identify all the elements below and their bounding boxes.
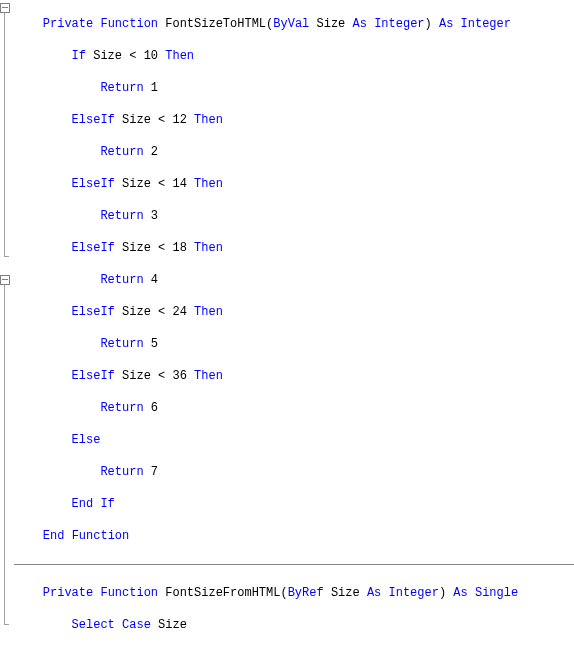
code-line: ElseIf Size < 14 Then: [14, 176, 574, 192]
literal: 18: [172, 241, 186, 255]
identifier: Size: [331, 586, 360, 600]
keyword: If: [72, 49, 86, 63]
identifier: FontSizeFromHTML: [165, 586, 280, 600]
keyword: Return: [100, 145, 143, 159]
fold-gutter: [0, 0, 14, 646]
keyword: ElseIf: [72, 305, 115, 319]
operator: <: [158, 241, 165, 255]
keyword: If: [100, 497, 114, 511]
code-line: Return 6: [14, 400, 574, 416]
identifier: Size: [122, 177, 151, 191]
keyword: Then: [194, 177, 223, 191]
code-block-1: Private Function FontSizeToHTML(ByVal Si…: [14, 0, 574, 560]
keyword: Case: [122, 618, 151, 632]
code-line: Return 5: [14, 336, 574, 352]
literal: 7: [151, 465, 158, 479]
identifier: Size: [122, 305, 151, 319]
fold-guide-line: [4, 13, 5, 256]
code-line: ElseIf Size < 12 Then: [14, 112, 574, 128]
code-block-2: Private Function FontSizeFromHTML(ByRef …: [14, 569, 574, 646]
literal: 24: [172, 305, 186, 319]
literal: 3: [151, 209, 158, 223]
code-line: Return 4: [14, 272, 574, 288]
literal: 12: [172, 113, 186, 127]
keyword: Return: [100, 465, 143, 479]
keyword: Then: [194, 113, 223, 127]
keyword: Return: [100, 209, 143, 223]
keyword: Function: [72, 529, 130, 543]
literal: 10: [144, 49, 158, 63]
code-line: ElseIf Size < 24 Then: [14, 304, 574, 320]
literal: 6: [151, 401, 158, 415]
operator: <: [158, 305, 165, 319]
keyword: Then: [194, 369, 223, 383]
operator: <: [158, 113, 165, 127]
code-line: End If: [14, 496, 574, 512]
keyword: As: [453, 586, 467, 600]
keyword: As: [353, 17, 367, 31]
divider-line: [14, 564, 574, 565]
code-line: Return 1: [14, 80, 574, 96]
keyword: ElseIf: [72, 369, 115, 383]
operator: <: [158, 177, 165, 191]
fold-toggle-icon[interactable]: [0, 3, 10, 13]
operator: <: [129, 49, 136, 63]
keyword: Private: [43, 17, 93, 31]
code-line: Private Function FontSizeFromHTML(ByRef …: [14, 585, 574, 601]
literal: 1: [151, 81, 158, 95]
code-line: Select Case Size: [14, 617, 574, 633]
keyword: Return: [100, 273, 143, 287]
identifier: Size: [317, 17, 346, 31]
keyword: As: [367, 586, 381, 600]
keyword: Then: [194, 305, 223, 319]
keyword: ByVal: [273, 17, 309, 31]
keyword: ElseIf: [72, 241, 115, 255]
keyword: Return: [100, 337, 143, 351]
fold-guide-line: [4, 285, 5, 624]
identifier: FontSizeToHTML: [165, 17, 266, 31]
fold-toggle-icon[interactable]: [0, 275, 10, 285]
code-editor: Private Function FontSizeToHTML(ByVal Si…: [0, 0, 574, 646]
type: Integer: [374, 17, 424, 31]
code-line: Private Function FontSizeToHTML(ByVal Si…: [14, 16, 574, 32]
code-line: End Function: [14, 528, 574, 544]
keyword: Private: [43, 586, 93, 600]
literal: 2: [151, 145, 158, 159]
fold-end-icon: [4, 624, 9, 625]
code-line: Else: [14, 432, 574, 448]
type: Integer: [461, 17, 511, 31]
code-line: If Size < 10 Then: [14, 48, 574, 64]
keyword: Return: [100, 401, 143, 415]
keyword: Function: [100, 17, 158, 31]
literal: 14: [172, 177, 186, 191]
code-line: Return 7: [14, 464, 574, 480]
keyword: Select: [72, 618, 115, 632]
keyword: End: [72, 497, 94, 511]
literal: 4: [151, 273, 158, 287]
keyword: Return: [100, 81, 143, 95]
keyword: ByRef: [288, 586, 324, 600]
keyword: Else: [72, 433, 101, 447]
fold-end-icon: [4, 256, 9, 257]
keyword: Function: [100, 586, 158, 600]
literal: 5: [151, 337, 158, 351]
identifier: Size: [93, 49, 122, 63]
keyword: As: [439, 17, 453, 31]
keyword: ElseIf: [72, 113, 115, 127]
identifier: Size: [122, 113, 151, 127]
keyword: Then: [165, 49, 194, 63]
type: Integer: [389, 586, 439, 600]
identifier: Size: [122, 369, 151, 383]
identifier: Size: [122, 241, 151, 255]
keyword: ElseIf: [72, 177, 115, 191]
type: Single: [475, 586, 518, 600]
code-line: Return 3: [14, 208, 574, 224]
literal: 36: [172, 369, 186, 383]
keyword: Then: [194, 241, 223, 255]
code-line: ElseIf Size < 18 Then: [14, 240, 574, 256]
code-line: ElseIf Size < 36 Then: [14, 368, 574, 384]
keyword: End: [43, 529, 65, 543]
code-line: Return 2: [14, 144, 574, 160]
operator: <: [158, 369, 165, 383]
identifier: Size: [158, 618, 187, 632]
